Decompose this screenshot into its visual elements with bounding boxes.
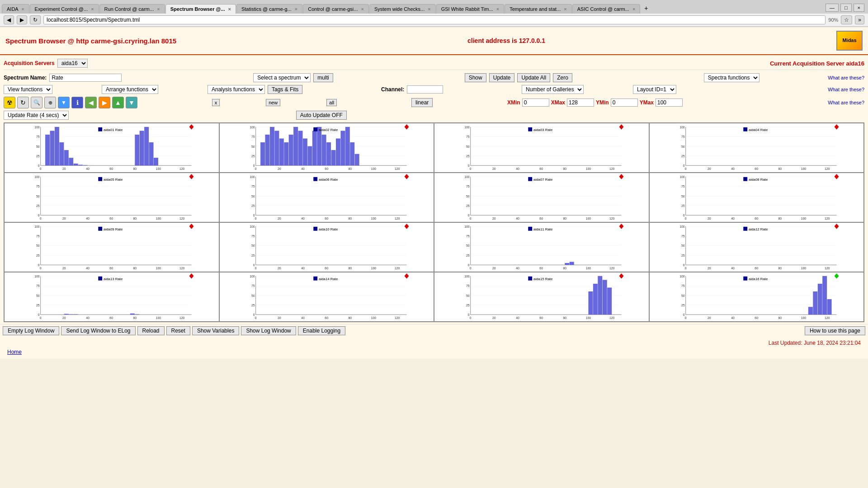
controls-row-2: View functions Arrange functions Analysi…: [4, 84, 864, 95]
zoom-search-icon[interactable]: 🔍: [31, 97, 42, 108]
spectrum-cell-aida12[interactable]: 1007550250020406080100120aida12 Rate: [649, 222, 864, 272]
tab-statistics[interactable]: Statistics @ carme-g... ×: [236, 4, 302, 14]
close-window-button[interactable]: ×: [854, 4, 864, 12]
update-all-button[interactable]: Update All: [517, 73, 550, 82]
crosshair-icon[interactable]: ⊕: [44, 97, 56, 108]
channel-input[interactable]: [407, 85, 443, 94]
spectrum-cell-aida07[interactable]: 1007550250020406080100120aida07 Rate: [434, 173, 649, 222]
analysis-functions-select[interactable]: Analysis functions: [208, 85, 265, 94]
spectrum-cell-aida11[interactable]: 1007550250020406080100120aida11 Rate: [434, 222, 649, 272]
svg-rect-32: [149, 142, 154, 165]
new-tab-button[interactable]: +: [641, 3, 651, 14]
xmin-input[interactable]: [522, 99, 549, 107]
what-are-these-3[interactable]: What are these?: [828, 100, 864, 105]
svg-rect-415: [822, 276, 827, 314]
forward-button[interactable]: ▶: [17, 15, 27, 24]
all-button[interactable]: all: [326, 99, 337, 106]
tags-fits-button[interactable]: Tags & Fits: [268, 85, 302, 94]
svg-text:50: 50: [251, 195, 255, 198]
download-icon[interactable]: ▼: [126, 97, 137, 108]
tab-spectrum[interactable]: Spectrum Browser @... ×: [165, 4, 236, 14]
show-button[interactable]: Show: [465, 73, 486, 82]
arrow-left-icon[interactable]: ◀: [85, 97, 97, 108]
home-link[interactable]: Home: [4, 347, 864, 357]
show-log-button[interactable]: Show Log Window: [241, 326, 296, 335]
svg-text:25: 25: [681, 304, 685, 307]
update-button[interactable]: Update: [489, 73, 515, 82]
ymax-input[interactable]: [656, 99, 683, 107]
auto-update-button[interactable]: Auto Update OFF: [296, 111, 347, 120]
spectrum-cell-aida05[interactable]: 1007550250020406080100120aida05 Rate: [4, 173, 219, 222]
spectrum-cell-aida08[interactable]: 1007550250020406080100120aida08 Rate: [649, 173, 864, 222]
svg-text:25: 25: [681, 204, 685, 207]
enable-logging-button[interactable]: Enable Logging: [298, 326, 345, 335]
spectrum-cell-aida04[interactable]: 1007550250020406080100120aida04 Rate: [649, 123, 864, 173]
view-functions-select[interactable]: View functions: [4, 85, 52, 94]
reset-button[interactable]: Reset: [166, 326, 190, 335]
arrange-functions-select[interactable]: Arrange functions: [102, 85, 158, 94]
svg-text:20: 20: [62, 217, 66, 220]
radiation-icon[interactable]: ☢: [4, 97, 15, 108]
linear-button[interactable]: linear: [411, 98, 433, 107]
empty-log-button[interactable]: Empty Log Window: [3, 326, 59, 335]
upload-icon[interactable]: ▲: [112, 97, 124, 108]
svg-text:25: 25: [36, 254, 40, 257]
new-button[interactable]: new: [266, 99, 280, 106]
x-button[interactable]: x: [212, 99, 220, 106]
tab-experiment[interactable]: Experiment Control @... ×: [30, 4, 99, 14]
spectrum-name-input[interactable]: [49, 74, 122, 82]
arrow-circle-icon[interactable]: ▼: [58, 97, 70, 108]
how-to-use-button[interactable]: How to use this page: [805, 326, 865, 335]
xmax-input[interactable]: [567, 99, 594, 107]
back-button[interactable]: ◀: [4, 15, 14, 24]
refresh-icon[interactable]: ↻: [17, 97, 29, 108]
tab-run[interactable]: Run Control @ carm... ×: [99, 4, 165, 14]
extensions-button[interactable]: »: [855, 15, 864, 24]
svg-text:0: 0: [40, 217, 42, 220]
spectrum-cell-aida14[interactable]: 1007550250020406080100120aida14 Rate: [219, 272, 434, 322]
spectrum-cell-aida06[interactable]: 1007550250020406080100120aida06 Rate: [219, 173, 434, 222]
info-icon[interactable]: ℹ: [71, 97, 83, 108]
what-are-these-2[interactable]: What are these?: [828, 87, 864, 92]
spectrum-cell-aida02[interactable]: 1007550250020406080100120aida02 Rate: [219, 123, 434, 173]
tab-aida[interactable]: AIDA ×: [2, 4, 29, 14]
main-content: Acquisition Servers aida16 Current Acqui…: [0, 55, 868, 324]
minimize-button[interactable]: —: [826, 4, 839, 12]
spectrum-cell-aida15[interactable]: 1007550250020406080100120aida15 Rate: [434, 272, 649, 322]
svg-text:20: 20: [62, 167, 66, 170]
spectrum-cell-aida16[interactable]: 1007550250020406080100120aida16 Rate: [649, 272, 864, 322]
maximize-button[interactable]: □: [840, 4, 852, 12]
svg-rect-76: [350, 142, 354, 165]
ymin-input[interactable]: [611, 99, 638, 107]
tab-asic[interactable]: ASIC Control @ carm... ×: [572, 4, 641, 14]
what-are-these-1[interactable]: What are these?: [828, 75, 864, 80]
reload-button[interactable]: Reload: [137, 326, 165, 335]
svg-text:100: 100: [464, 175, 470, 178]
num-galleries-select[interactable]: Number of Galleries: [522, 85, 584, 94]
svg-text:25: 25: [36, 204, 40, 207]
bookmark-button[interactable]: ☆: [841, 15, 852, 24]
arrow-right-icon[interactable]: ▶: [99, 97, 110, 108]
layout-id-select[interactable]: Layout ID=1: [633, 85, 676, 94]
tab-temperature[interactable]: Temperature and stat... ×: [505, 4, 572, 14]
spectrum-cell-aida09[interactable]: 1007550250020406080100120aida09 Rate: [4, 222, 219, 272]
svg-text:25: 25: [466, 254, 470, 257]
spectra-functions-select[interactable]: Spectra functions: [704, 73, 760, 82]
tab-control[interactable]: Control @ carme-gsi... ×: [303, 4, 369, 14]
spectrum-cell-aida03[interactable]: 1007550250020406080100120aida03 Rate: [434, 123, 649, 173]
url-input[interactable]: [43, 15, 826, 24]
acquisition-server-select[interactable]: aida16: [57, 59, 88, 68]
update-rate-select[interactable]: Update Rate (4 secs): [4, 111, 69, 120]
spectrum-cell-aida01[interactable]: 1007550250020406080100120aida01 Rate: [4, 123, 219, 173]
spectrum-cell-aida10[interactable]: 1007550250020406080100120aida10 Rate: [219, 222, 434, 272]
reload-nav-button[interactable]: ↻: [30, 15, 41, 24]
spectrum-cell-aida13[interactable]: 1007550250020406080100120aida13 Rate: [4, 272, 219, 322]
tab-system[interactable]: System wide Checks... ×: [369, 4, 436, 14]
show-variables-button[interactable]: Show Variables: [192, 326, 240, 335]
multi-button[interactable]: multi: [313, 73, 333, 82]
select-spectrum-dropdown[interactable]: Select a spectrum: [253, 73, 311, 82]
tab-gsi[interactable]: GSI White Rabbit Tim... ×: [436, 4, 504, 14]
send-log-button[interactable]: Send Log Window to ELog: [61, 326, 135, 335]
svg-text:aida01 Rate: aida01 Rate: [104, 128, 123, 132]
zero-button[interactable]: Zero: [553, 73, 572, 82]
